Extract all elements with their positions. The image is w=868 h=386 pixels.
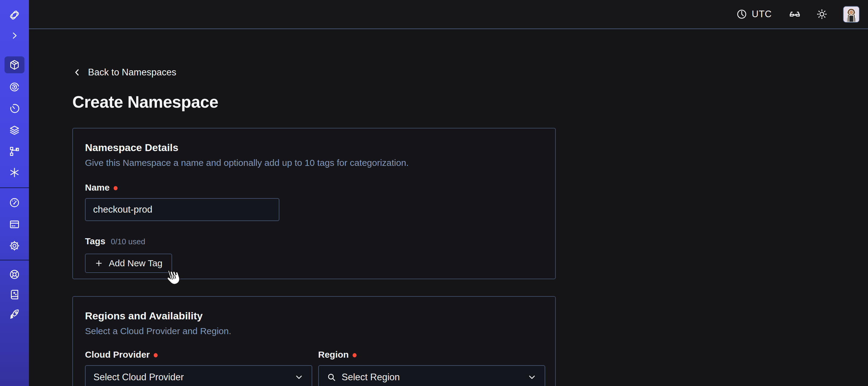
- card-title: Regions and Availability: [85, 310, 543, 322]
- top-bar: UTC: [29, 0, 868, 29]
- plus-icon: [95, 259, 103, 267]
- clock-icon: [736, 9, 747, 20]
- nexus-asterisk-icon[interactable]: [9, 167, 20, 178]
- sidebar: [0, 0, 29, 386]
- chevron-down-icon: [527, 373, 537, 382]
- card-title: Namespace Details: [85, 142, 543, 153]
- namespaces-cube-icon[interactable]: [9, 59, 20, 70]
- temporal-logo-icon[interactable]: [9, 9, 20, 21]
- deployments-branch-icon[interactable]: [9, 146, 20, 157]
- sidebar-divider: [0, 187, 29, 188]
- timezone-label: UTC: [752, 9, 772, 20]
- name-field-label: Name: [85, 182, 543, 193]
- glasses-icon: [789, 8, 801, 20]
- batch-operations-layers-icon[interactable]: [9, 124, 20, 136]
- docs-book-icon[interactable]: [9, 289, 20, 300]
- cloud-provider-select[interactable]: Select Cloud Provider: [85, 365, 312, 386]
- tags-counter: 0/10 used: [111, 237, 145, 246]
- billing-card-icon[interactable]: [9, 219, 20, 230]
- avatar[interactable]: [843, 6, 860, 23]
- workflows-spiral-icon[interactable]: [9, 81, 20, 93]
- cloud-provider-placeholder: Select Cloud Provider: [93, 372, 184, 383]
- required-dot: [154, 353, 158, 357]
- add-new-tag-button[interactable]: Add New Tag: [85, 254, 172, 273]
- back-to-namespaces-link[interactable]: Back to Namespaces: [72, 67, 176, 78]
- back-link-label: Back to Namespaces: [88, 67, 176, 78]
- usage-gauge-icon[interactable]: [9, 197, 20, 208]
- page-title: Create Namespace: [72, 92, 868, 112]
- getting-started-rocket-icon[interactable]: [9, 308, 20, 320]
- tags-label: Tags: [85, 236, 105, 246]
- support-lifebuoy-icon[interactable]: [9, 269, 20, 280]
- search-icon: [327, 373, 336, 382]
- main-content: Back to Namespaces Create Namespace Name…: [29, 30, 868, 386]
- namespace-details-card: Namespace Details Give this Namespace a …: [72, 128, 556, 279]
- sun-icon: [816, 8, 828, 20]
- schedules-timer-icon[interactable]: [9, 103, 20, 114]
- region-placeholder: Select Region: [342, 372, 400, 383]
- sidebar-expand-chevron-icon[interactable]: [9, 30, 20, 41]
- cloud-provider-label: Cloud Provider: [85, 350, 312, 360]
- region-label: Region: [318, 350, 546, 360]
- chevron-down-icon: [294, 373, 304, 382]
- accessibility-glasses-button[interactable]: [788, 7, 801, 21]
- timezone-selector[interactable]: UTC: [736, 9, 772, 20]
- namespace-name-input[interactable]: [85, 198, 279, 221]
- chevron-left-icon: [72, 67, 82, 77]
- sidebar-divider: [0, 260, 29, 261]
- tags-row: Tags 0/10 used: [85, 236, 543, 246]
- theme-toggle-button[interactable]: [815, 7, 829, 21]
- card-subtitle: Give this Namespace a name and optionall…: [85, 158, 543, 168]
- required-dot: [114, 186, 118, 190]
- settings-gear-icon[interactable]: [9, 240, 20, 251]
- region-select[interactable]: Select Region: [318, 365, 546, 386]
- card-subtitle: Select a Cloud Provider and Region.: [85, 326, 543, 336]
- required-dot: [352, 353, 356, 357]
- regions-availability-card: Regions and Availability Select a Cloud …: [72, 296, 556, 386]
